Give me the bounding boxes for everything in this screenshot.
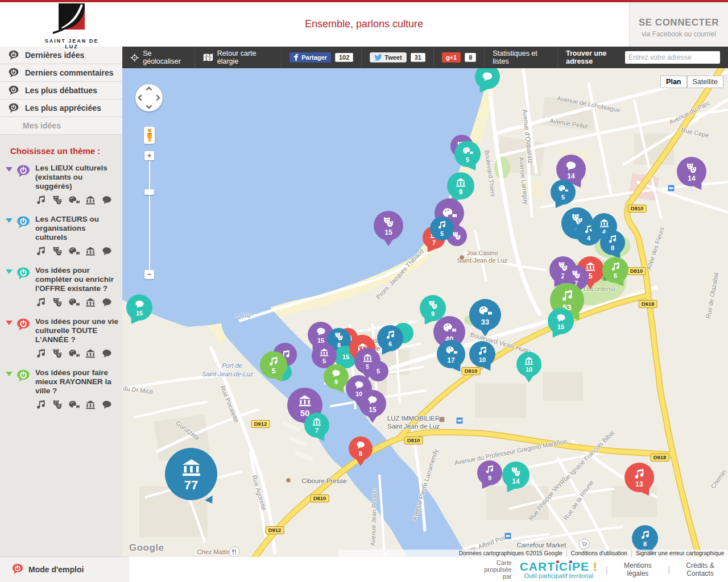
geolocate-button[interactable]: Se géolocaliser	[122, 47, 195, 68]
back-to-map-button[interactable]: Retour carte élargie	[195, 47, 282, 68]
sidebar-item-3[interactable]: Les plus appréciées	[0, 99, 122, 117]
masks-filter-icon[interactable]	[52, 399, 63, 413]
arts-filter-icon[interactable]	[68, 348, 80, 361]
login-panel[interactable]: SE CONNECTER via Facebook ou courriel	[629, 0, 728, 47]
theme-item-1[interactable]: Les ACTEURS ou organisations culturels	[0, 209, 122, 260]
map-marker[interactable]: 5	[454, 141, 481, 167]
theme-bubble-icon[interactable]	[16, 368, 31, 413]
map-marker[interactable]: 14	[677, 157, 706, 186]
facebook-share[interactable]: Partager 102	[282, 47, 362, 68]
chevron-down-icon[interactable]	[6, 167, 13, 172]
page-title: Ensemble, parlons culture	[122, 18, 606, 30]
map-canvas[interactable]: Boulevard ThiersAvenue d'OlabaratzAvenue…	[122, 68, 728, 557]
map-type-plan-button[interactable]: Plan	[660, 76, 686, 88]
theme-item-4[interactable]: Vos idées pour faire mieux RAYONNER la v…	[0, 363, 122, 414]
speech-filter-icon[interactable]	[101, 246, 113, 259]
arts-filter-icon[interactable]	[68, 246, 80, 259]
bank-filter-icon[interactable]	[85, 297, 96, 310]
music-filter-icon[interactable]	[35, 399, 47, 413]
theme-bubble-icon[interactable]	[16, 317, 31, 361]
map-marker[interactable]: 15	[548, 308, 574, 334]
chevron-down-icon[interactable]	[6, 321, 13, 325]
masks-filter-icon[interactable]	[52, 194, 63, 208]
bank-filter-icon[interactable]	[85, 348, 96, 361]
pegman-control[interactable]	[144, 127, 155, 144]
gplus-share[interactable]: g+1 8	[434, 47, 485, 68]
mentions-legales-link[interactable]: Mentions légales	[615, 562, 660, 577]
map-copyright: Données cartographiques ©2015 Google	[455, 550, 566, 556]
city-logo[interactable]: SAINT JEAN DE LUZ	[38, 3, 106, 49]
theme-bubble-icon[interactable]	[16, 215, 31, 259]
map-marker[interactable]: 5	[368, 361, 388, 381]
bank-filter-icon[interactable]	[85, 194, 96, 208]
tweet-button[interactable]: Tweet	[370, 52, 406, 63]
credits-contacts-link[interactable]: Crédits & Contacts	[678, 562, 722, 577]
sidebar-item-2[interactable]: Les plus débattues	[0, 82, 122, 99]
zoom-in-button[interactable]: +	[144, 151, 154, 160]
map-marker[interactable]: 13	[624, 463, 654, 492]
login-button[interactable]: SE CONNECTER	[630, 17, 728, 28]
carticipe-logo[interactable]: CARTiCiPE ! Outil participatif territori…	[520, 560, 598, 579]
masks-filter-icon[interactable]	[52, 246, 63, 259]
map-marker[interactable]: 9	[447, 172, 474, 199]
theme-bubble-icon[interactable]	[16, 164, 31, 208]
map-marker[interactable]: 7	[304, 413, 329, 438]
theme-item-0[interactable]: Les LIEUX culturels (existants ou suggér…	[0, 158, 122, 209]
zoom-slider-handle[interactable]	[144, 189, 154, 195]
map-marker[interactable]: 5	[260, 351, 287, 379]
arts-filter-icon[interactable]	[68, 194, 80, 208]
speech-icon	[565, 160, 577, 172]
map-marker[interactable]: 10	[516, 352, 541, 377]
facebook-share-button[interactable]: Partager	[289, 52, 331, 63]
map-marker[interactable]: 8	[632, 525, 658, 551]
map-marker[interactable]: 15	[374, 211, 403, 240]
attribution-link[interactable]: Signaler une erreur cartographique	[631, 550, 728, 556]
map-marker[interactable]: 77	[165, 448, 217, 500]
bank-filter-icon[interactable]	[85, 399, 96, 413]
music-filter-icon[interactable]	[35, 348, 47, 361]
map-marker[interactable]: 9	[477, 460, 502, 485]
masks-filter-icon[interactable]	[52, 348, 63, 361]
sidebar-item-1[interactable]: Derniers commentaires	[0, 64, 122, 82]
pan-control[interactable]	[135, 84, 163, 111]
masks-filter-icon[interactable]	[52, 297, 63, 310]
bank-filter-icon[interactable]	[85, 246, 96, 259]
map-marker[interactable]: 5	[430, 217, 454, 240]
zoom-out-button[interactable]: −	[144, 270, 154, 279]
chevron-down-icon[interactable]	[6, 269, 13, 274]
music-filter-icon[interactable]	[35, 297, 47, 310]
attribution-link[interactable]: Conditions d'utilisation	[566, 550, 631, 556]
chevron-down-icon[interactable]	[6, 372, 13, 376]
map-marker[interactable]: 9	[324, 364, 349, 389]
map-marker[interactable]: 15	[359, 390, 386, 417]
map-marker[interactable]: 6	[377, 325, 403, 351]
gplus-button[interactable]: g+1	[442, 52, 461, 63]
arts-filter-icon[interactable]	[68, 297, 80, 310]
map-marker[interactable]: 33	[469, 299, 501, 331]
speech-filter-icon[interactable]	[101, 399, 113, 413]
map-marker[interactable]: 8	[349, 436, 373, 460]
address-search-input[interactable]	[625, 51, 720, 64]
speech-filter-icon[interactable]	[101, 348, 113, 361]
stats-lists-button[interactable]: Statistiques et listes	[485, 47, 558, 68]
chevron-down-icon[interactable]	[6, 218, 13, 223]
zoom-slider-track[interactable]	[149, 161, 150, 270]
map-marker[interactable]: 6	[602, 257, 628, 283]
theme-item-2[interactable]: Vos idées pour compléter ou enrichir l'O…	[0, 260, 122, 311]
map-marker[interactable]: 10	[469, 341, 495, 367]
speech-filter-icon[interactable]	[101, 194, 113, 208]
map-type-satellite-button[interactable]: Satellite	[687, 76, 723, 88]
speech-filter-icon[interactable]	[101, 297, 113, 310]
map-marker[interactable]: 14	[502, 462, 530, 489]
tweet-share[interactable]: Tweet 31	[362, 47, 434, 68]
map-marker[interactable]: 5	[551, 180, 576, 205]
arts-filter-icon[interactable]	[68, 399, 80, 413]
map-marker[interactable]: 17	[437, 340, 465, 368]
music-filter-icon[interactable]	[35, 246, 47, 259]
music-filter-icon[interactable]	[35, 194, 47, 208]
mode-demploi-button[interactable]: Mode d'emploi	[0, 556, 129, 582]
map-marker[interactable]: 8	[600, 230, 625, 255]
map-marker[interactable]: 15	[126, 294, 152, 321]
theme-item-3[interactable]: Vos idées pour une vie culturelle TOUTE …	[0, 311, 122, 363]
theme-bubble-icon[interactable]	[16, 266, 31, 310]
